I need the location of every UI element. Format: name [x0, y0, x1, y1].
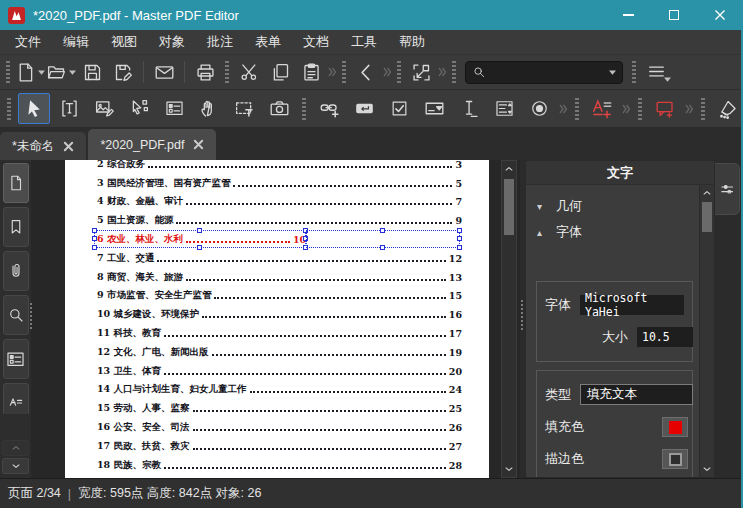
- panel-scrollbar[interactable]: [699, 185, 714, 477]
- sidebar-search-button[interactable]: [3, 295, 29, 335]
- add-text-annotation-button[interactable]: [586, 93, 618, 124]
- toolbar-grip[interactable]: [632, 61, 636, 83]
- toc-line[interactable]: 15 劳动、人事、监察25: [65, 399, 489, 418]
- save-button[interactable]: [77, 58, 107, 86]
- scrollbar-thumb[interactable]: [504, 179, 514, 235]
- toc-line[interactable]: 10 城乡建设、环境保护16: [65, 305, 489, 324]
- toolbar-grip[interactable]: [6, 61, 10, 83]
- scroll-down-arrow[interactable]: [700, 461, 714, 477]
- close-icon[interactable]: [193, 139, 204, 150]
- hand-tool-button[interactable]: [193, 93, 225, 124]
- font-family-input[interactable]: Microsoft YaHei: [580, 295, 684, 315]
- font-size-input[interactable]: 10.5: [637, 327, 693, 347]
- sidebar-fonts-button[interactable]: [3, 383, 29, 414]
- sidebar-forms-button[interactable]: [3, 339, 29, 379]
- combobox-tool[interactable]: [418, 93, 450, 124]
- menu-item-5[interactable]: 批注: [196, 30, 244, 54]
- sidebar-bookmarks-button[interactable]: [3, 207, 29, 247]
- stroke-color-swatch[interactable]: [662, 449, 688, 469]
- toolbar-grip[interactable]: [7, 98, 11, 120]
- menu-item-7[interactable]: 文档: [292, 30, 340, 54]
- scrollbar-thumb[interactable]: [702, 202, 712, 232]
- open-button[interactable]: [46, 58, 76, 86]
- toolbar-grip[interactable]: [302, 98, 306, 120]
- menu-item-9[interactable]: 帮助: [388, 30, 436, 54]
- minimize-button[interactable]: [605, 0, 651, 30]
- snapshot-tool-button[interactable]: [263, 93, 295, 124]
- edit-image-tool-button[interactable]: [88, 93, 120, 124]
- print-button[interactable]: [190, 58, 220, 86]
- tab-2020-pdf[interactable]: *2020_PDF.pdf: [88, 129, 216, 160]
- selection-handle[interactable]: [457, 236, 462, 241]
- menu-item-4[interactable]: 对象: [148, 30, 196, 54]
- section-font[interactable]: ▴字体: [532, 219, 695, 245]
- scroll-up-arrow[interactable]: [700, 185, 714, 201]
- edit-text-tool-button[interactable]: [53, 93, 85, 124]
- toc-line[interactable]: 8 商贸、海关、旅游13: [65, 268, 489, 287]
- panel-toggle-tab[interactable]: [715, 163, 740, 215]
- toc-line[interactable]: 17 民政、扶贫、救灾27: [65, 437, 489, 456]
- radio-button-tool[interactable]: [523, 93, 555, 124]
- toolbar-grip[interactable]: [452, 61, 456, 83]
- select-text-tool-button[interactable]: [228, 93, 260, 124]
- add-link-button[interactable]: [313, 93, 345, 124]
- sidebar-scroll-down[interactable]: [2, 458, 29, 474]
- scroll-up-arrow[interactable]: [502, 161, 516, 177]
- sidebar-attachments-button[interactable]: [3, 251, 29, 291]
- previous-view-button[interactable]: [351, 58, 381, 86]
- toolbar-grip[interactable]: [575, 98, 579, 120]
- toc-line[interactable]: 3 国民经济管理、国有资产监管5: [65, 174, 489, 193]
- zoom-to-selection-button[interactable]: [406, 58, 436, 86]
- toolbar-grip[interactable]: [701, 98, 705, 120]
- highlighter-tool-button[interactable]: [712, 93, 743, 124]
- menu-item-6[interactable]: 表单: [244, 30, 292, 54]
- list-box-tool[interactable]: [488, 93, 520, 124]
- search-input[interactable]: [491, 65, 604, 79]
- toc-line[interactable]: 4 财政、金融、审计7: [65, 193, 489, 212]
- toc-line[interactable]: 2 综合政务3: [65, 160, 489, 174]
- checkbox-tool[interactable]: [383, 93, 415, 124]
- toc-line[interactable]: 14 人口与计划生育、妇女儿童工作24: [65, 381, 489, 400]
- paste-button[interactable]: [296, 58, 326, 86]
- toolbar-grip[interactable]: [638, 98, 642, 120]
- close-icon[interactable]: [63, 141, 74, 152]
- sidebar-scroll-up[interactable]: [2, 440, 29, 456]
- toc-line[interactable]: 12 文化、广电、新闻出版19: [65, 343, 489, 362]
- edit-path-tool-button[interactable]: [123, 93, 155, 124]
- toc-line[interactable]: 18 民族、宗教28: [65, 456, 489, 475]
- toc-line[interactable]: 7 工业、交通12: [65, 249, 489, 268]
- push-button-tool[interactable]: [348, 93, 380, 124]
- new-document-button[interactable]: [15, 58, 45, 86]
- tab-untitled[interactable]: *未命名: [0, 132, 86, 160]
- text-field-tool[interactable]: [453, 93, 485, 124]
- toc-line[interactable]: 5 国土资源、能源9: [65, 211, 489, 230]
- menu-item-2[interactable]: 编辑: [52, 30, 100, 54]
- section-geometry[interactable]: ▾几何: [532, 193, 695, 219]
- menu-item-1[interactable]: 文件: [4, 30, 52, 54]
- sidebar-pages-button[interactable]: [3, 163, 29, 203]
- maximize-button[interactable]: [651, 0, 697, 30]
- toolbar-grip[interactable]: [397, 61, 401, 83]
- toc-line[interactable]: 11 科技、教育17: [65, 324, 489, 343]
- document-scrollbar[interactable]: [501, 160, 517, 478]
- toc-line[interactable]: 16 公安、安全、司法26: [65, 418, 489, 437]
- menu-item-3[interactable]: 视图: [100, 30, 148, 54]
- fill-color-swatch[interactable]: [662, 417, 688, 437]
- add-comment-button[interactable]: [649, 93, 681, 124]
- menu-overflow-button[interactable]: [641, 58, 671, 86]
- selection-box[interactable]: [306, 230, 460, 248]
- sidebar-splitter[interactable]: [30, 303, 32, 329]
- type-select[interactable]: 填充文本: [580, 384, 693, 405]
- save-as-button[interactable]: [108, 58, 138, 86]
- close-button[interactable]: [697, 0, 743, 30]
- toolbar-grip[interactable]: [225, 61, 229, 83]
- toc-line[interactable]: 9 市场监管、安全生产监管15: [65, 287, 489, 306]
- scroll-down-arrow[interactable]: [502, 461, 516, 477]
- edit-forms-tool-button[interactable]: [158, 93, 190, 124]
- menu-item-8[interactable]: 工具: [340, 30, 388, 54]
- toc-line-selected[interactable]: 6 农业、林业、水利10: [65, 230, 489, 249]
- toolbar-grip[interactable]: [342, 61, 346, 83]
- toc-line[interactable]: 13 卫生、体育20: [65, 362, 489, 381]
- email-button[interactable]: [149, 58, 179, 86]
- select-tool-button[interactable]: [18, 93, 50, 124]
